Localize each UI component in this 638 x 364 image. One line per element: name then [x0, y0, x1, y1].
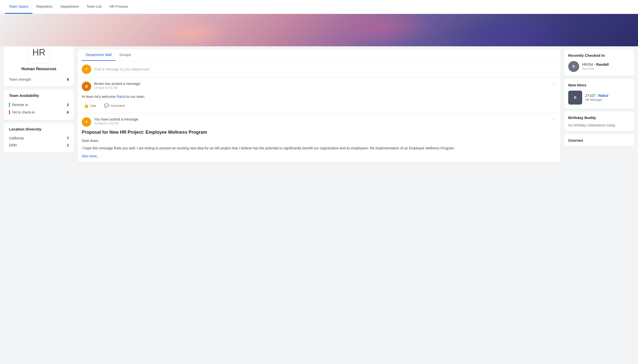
location-diversity-title: Location Diversity [9, 127, 69, 131]
tab-hr-process[interactable]: HR Process [106, 0, 132, 14]
you-avatar-img: Y [82, 117, 91, 127]
main-layout: HR Human Resources Team strength 8 Team … [0, 46, 638, 166]
comment-button-brown[interactable]: 💬 Comment [102, 102, 127, 109]
rahul-info: ZY107 - Rahul HR Manager [585, 94, 608, 102]
delhi-count: 1 [67, 143, 69, 147]
location-diversity-card: Location Diversity California 7 Delhi 1 [4, 123, 74, 152]
location-delhi: Delhi 1 [9, 142, 69, 149]
birthday-buddy-card: Birthday Buddy No birthday celebrations … [564, 112, 634, 131]
brown-more-button[interactable]: ··· [550, 82, 556, 86]
randall-code: HR204 [582, 62, 593, 66]
recently-checked-in-card: Recently Checked In R HR204 - Randall Ju… [564, 49, 634, 76]
new-hires-card: New Hires R ZY107 - Rahul HR Manager [564, 79, 634, 108]
randall-name: HR204 - Randall [582, 62, 609, 66]
team-availability-title: Team Availability [9, 93, 69, 98]
wellness-post-body: Dear team, I hope this message finds you… [82, 138, 556, 151]
brown-post-time: 19 April 10:01 AM [94, 86, 141, 90]
post-input-area: Y Post a message to your department [78, 61, 560, 78]
checked-in-item-randall: R HR204 - Randall Just now [568, 61, 630, 72]
brown-mention-rahul[interactable]: Rahul [117, 94, 126, 98]
brown-msg-suffix: to our team. [126, 94, 145, 98]
recently-checked-in-title: Recently Checked In [568, 53, 630, 58]
you-avatar: Y [82, 117, 91, 127]
rahul-avatar: R [568, 91, 582, 104]
brown-post-message: Hi team let's welcome Rahul to our team. [82, 94, 556, 99]
comment-label: Comment [111, 104, 125, 108]
department-wall-card: Department Wall Groups Y Post a message … [78, 49, 560, 162]
you-author-name: You have posted a message. [94, 117, 139, 121]
status-dot-red [9, 110, 10, 114]
post-author-text-brown: Brown has posted a message. 19 April 10:… [94, 82, 141, 90]
tab-reportees[interactable]: Reportees [32, 0, 57, 14]
dept-abbr: HR [32, 47, 45, 58]
wellness-post-title: Proposal for New HR Project: Employee We… [82, 130, 556, 135]
post-input-avatar: Y [82, 64, 91, 74]
team-availability-card: Team Availability Remote In 2 Yet to che… [4, 90, 74, 120]
wellness-body-text: I hope this message finds you well. I am… [82, 146, 556, 151]
post-header-you: Y You have posted a message. 03 March 1:… [82, 117, 556, 127]
post-header-brown: B Brown has posted a message. 19 April 1… [82, 82, 556, 91]
center-content: Department Wall Groups Y Post a message … [78, 49, 560, 162]
department-banner [0, 14, 638, 46]
tab-team-list[interactable]: Team List [83, 0, 106, 14]
birthday-message: No birthday celebrations today [568, 123, 630, 127]
delhi-label: Delhi [9, 143, 17, 147]
availability-left-remote: Remote In [9, 102, 28, 107]
availability-yet-to-checkin: Yet to check-in 6 [9, 108, 69, 116]
randall-fullname: Randall [596, 62, 609, 66]
rahul-fullname: Rahul [599, 94, 608, 98]
post-placeholder-text[interactable]: Post a message to your department [94, 67, 150, 71]
rahul-role: HR Manager [585, 98, 608, 102]
rahul-avatar-img: R [568, 91, 582, 104]
post-input-avatar-placeholder: Y [82, 64, 91, 74]
feed-post-you: Y You have posted a message. 03 March 1:… [78, 113, 560, 162]
randall-info: HR204 - Randall Just now [582, 62, 609, 70]
status-dot-green [9, 102, 10, 107]
like-label: Like [90, 104, 96, 108]
post-author-info-brown: B Brown has posted a message. 19 April 1… [82, 82, 141, 91]
dept-name: Human Resources [9, 67, 69, 71]
left-sidebar: HR Human Resources Team strength 8 Team … [4, 36, 74, 162]
like-icon: 👍 [84, 103, 89, 108]
comment-icon: 💬 [104, 103, 109, 108]
team-strength-row: Team strength 8 [9, 74, 69, 82]
see-more-link[interactable]: See more... [82, 154, 100, 158]
california-label: California [9, 136, 24, 140]
randall-avatar-img: R [568, 61, 579, 72]
tab-department[interactable]: Department [56, 0, 83, 14]
feed-post-brown: B Brown has posted a message. 19 April 1… [78, 78, 560, 113]
brown-avatar-img: B [82, 82, 91, 91]
wellness-greeting: Dear team, [82, 138, 556, 144]
california-count: 7 [67, 136, 69, 140]
post-author-info-you: Y You have posted a message. 03 March 1:… [82, 117, 139, 127]
brown-post-actions: 👍 Like 💬 Comment [82, 102, 556, 109]
post-author-text-you: You have posted a message. 03 March 1:45… [94, 117, 139, 125]
you-more-button[interactable]: ··· [550, 117, 556, 122]
courses-card: Courses [564, 134, 634, 146]
content-tab-bar: Department Wall Groups [78, 49, 560, 61]
new-hire-rahul: R ZY107 - Rahul HR Manager [568, 91, 630, 104]
top-navigation: Team Space Reportees Department Team Lis… [0, 0, 638, 14]
brown-author-name: Brown has posted a message. [94, 82, 141, 86]
team-strength-label: Team strength [9, 78, 31, 82]
yet-to-checkin-count: 6 [67, 110, 69, 114]
location-california: California 7 [9, 135, 69, 142]
tab-department-wall[interactable]: Department Wall [82, 49, 116, 61]
randall-avatar: R [568, 61, 579, 72]
brown-msg-prefix: Hi team let's welcome [82, 94, 117, 98]
right-sidebar: Recently Checked In R HR204 - Randall Ju… [564, 49, 634, 162]
randall-check-time: Just now [582, 67, 609, 70]
birthday-buddy-title: Birthday Buddy [568, 116, 630, 120]
availability-left-yet: Yet to check-in [9, 110, 35, 114]
remote-in-count: 2 [67, 103, 69, 107]
new-hires-title: New Hires [568, 83, 630, 87]
you-post-time: 03 March 1:45 PM [94, 122, 139, 125]
tab-team-space[interactable]: Team Space [5, 0, 32, 14]
brown-avatar: B [82, 82, 91, 91]
like-button-brown[interactable]: 👍 Like [82, 102, 98, 109]
availability-remote-in: Remote In 2 [9, 101, 69, 108]
rahul-name: ZY107 - Rahul [585, 94, 608, 98]
rahul-code: ZY107 [585, 94, 595, 98]
remote-in-label: Remote In [12, 103, 28, 107]
tab-groups[interactable]: Groups [116, 49, 135, 61]
